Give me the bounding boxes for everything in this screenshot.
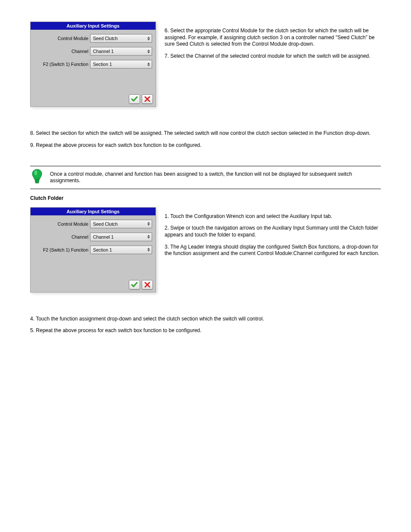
step-9: 9. Repeat the above process for each swi… bbox=[30, 142, 381, 149]
cancel-button[interactable] bbox=[142, 94, 153, 104]
dropdown-arrows-icon bbox=[146, 221, 151, 227]
channel-label: Channel bbox=[34, 234, 90, 240]
control-module-label: Control Module bbox=[34, 221, 90, 227]
channel-dropdown[interactable]: Channel 1 bbox=[90, 47, 152, 56]
clutch-folder-heading: Clutch Folder bbox=[30, 194, 381, 202]
lightbulb-icon bbox=[31, 169, 43, 186]
ok-button[interactable] bbox=[129, 94, 140, 104]
channel-label: Channel bbox=[34, 49, 90, 54]
dropdown-arrows-icon bbox=[146, 35, 151, 42]
step-1: 1. Touch the Configuration Wrench icon a… bbox=[165, 213, 381, 220]
check-icon bbox=[131, 282, 138, 288]
control-module-dropdown[interactable]: Seed Clutch bbox=[90, 220, 152, 228]
function-label: F2 (Switch 1) Function bbox=[34, 247, 90, 252]
step-3: 3. The Ag Leader Integra should display … bbox=[165, 244, 381, 257]
instruction-block-1: 6. Select the appropriate Control Module… bbox=[165, 22, 381, 65]
x-icon bbox=[144, 282, 150, 288]
check-icon bbox=[131, 96, 138, 102]
control-module-label: Control Module bbox=[34, 36, 90, 41]
hint-text: Once a control module, channel and funct… bbox=[50, 171, 381, 184]
step-8: 8. Select the section for which the swit… bbox=[30, 130, 381, 137]
control-module-value: Seed Clutch bbox=[93, 36, 118, 41]
dialog-body: Control Module Seed Clutch Channel Chann… bbox=[31, 215, 156, 262]
step-6: 6. Select the appropriate Control Module… bbox=[165, 28, 381, 48]
dropdown-arrows-icon bbox=[146, 233, 151, 240]
dialog-title: Auxiliary Input Settings bbox=[31, 22, 156, 30]
x-icon bbox=[144, 96, 150, 102]
function-dropdown[interactable]: Section 1 bbox=[90, 246, 152, 254]
dropdown-arrows-icon bbox=[146, 48, 151, 55]
channel-value: Channel 1 bbox=[93, 234, 114, 240]
function-label: F2 (Switch 1) Function bbox=[34, 62, 90, 67]
control-module-value: Seed Clutch bbox=[93, 221, 118, 227]
dropdown-arrows-icon bbox=[146, 61, 151, 68]
aux-input-dialog-2: Auxiliary Input Settings Control Module … bbox=[30, 207, 156, 292]
divider bbox=[30, 189, 381, 189]
control-module-dropdown[interactable]: Seed Clutch bbox=[90, 34, 152, 43]
function-dropdown[interactable]: Section 1 bbox=[90, 60, 152, 68]
instruction-block-2: 1. Touch the Configuration Wrench icon a… bbox=[165, 207, 381, 262]
svg-point-0 bbox=[34, 170, 37, 175]
function-value: Section 1 bbox=[93, 62, 112, 67]
dialog-title: Auxiliary Input Settings bbox=[31, 208, 156, 215]
step-4: 4. Touch the function assignment drop-do… bbox=[30, 316, 381, 323]
dropdown-arrows-icon bbox=[146, 246, 151, 253]
channel-value: Channel 1 bbox=[93, 49, 114, 54]
cancel-button[interactable] bbox=[142, 280, 153, 289]
ok-button[interactable] bbox=[129, 280, 140, 289]
aux-input-dialog: Auxiliary Input Settings Control Module … bbox=[30, 22, 156, 107]
step-7: 7. Select the Channel of the selected co… bbox=[165, 53, 381, 60]
step-5: 5. Repeat the above process for each swi… bbox=[30, 327, 381, 334]
channel-dropdown[interactable]: Channel 1 bbox=[90, 233, 152, 241]
dialog-body: Control Module Seed Clutch Channel Chann… bbox=[31, 30, 156, 76]
hint-row: Once a control module, channel and funct… bbox=[30, 166, 381, 189]
function-value: Section 1 bbox=[93, 247, 112, 252]
svg-rect-3 bbox=[35, 182, 39, 183]
step-2: 2. Swipe or touch the navigation arrows … bbox=[165, 225, 381, 238]
